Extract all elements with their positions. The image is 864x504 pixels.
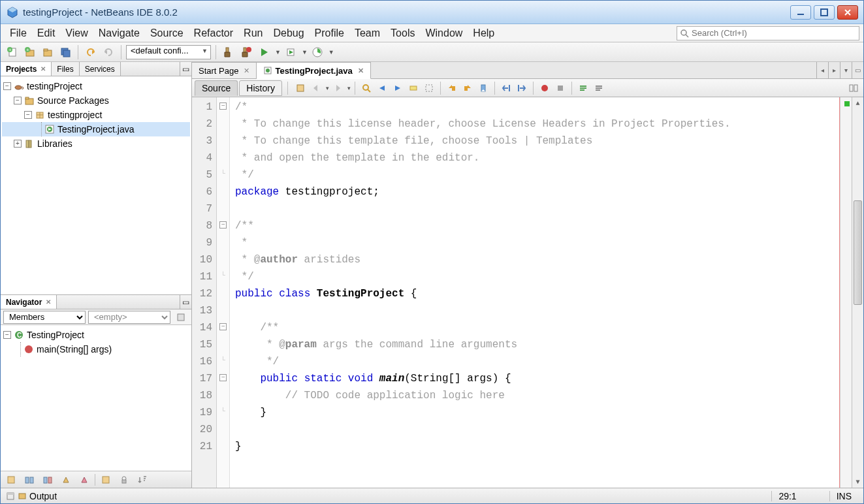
profile-button[interactable]: [310, 44, 325, 60]
nav-method[interactable]: main(String[] args): [2, 342, 190, 356]
vertical-scrollbar[interactable]: ▲ ▼: [852, 97, 863, 488]
debug-button[interactable]: [283, 44, 298, 60]
toggle-highlight-button[interactable]: [406, 81, 421, 95]
quick-search[interactable]: [677, 26, 859, 40]
tab-files[interactable]: Files: [52, 62, 79, 76]
tree-package[interactable]: − testingproject: [2, 108, 190, 122]
find-selection-button[interactable]: [359, 81, 374, 95]
members-select[interactable]: Members: [3, 311, 86, 324]
show-list-button[interactable]: ▾: [840, 62, 852, 78]
nav-filter-7[interactable]: [116, 472, 132, 488]
find-next-button[interactable]: [391, 81, 405, 95]
menu-tools[interactable]: Tools: [385, 25, 420, 41]
find-prev-button[interactable]: [375, 81, 389, 95]
tab-testingproject-java[interactable]: TestingProject.java✕: [257, 62, 370, 79]
new-project-button[interactable]: +: [22, 44, 38, 60]
nav-filter-3[interactable]: [40, 472, 56, 488]
tab-projects[interactable]: Projects✕: [1, 62, 52, 76]
tab-services[interactable]: Services: [80, 62, 121, 76]
undo-button[interactable]: [83, 44, 99, 60]
nav-sort[interactable]: [135, 472, 150, 488]
nav-filter-1[interactable]: [3, 472, 19, 488]
tree-project-root[interactable]: − testingProject: [2, 79, 190, 93]
maximize-editor-button[interactable]: ▭: [852, 62, 863, 78]
subtab-history[interactable]: History: [239, 80, 282, 96]
tab-navigator[interactable]: Navigator✕: [1, 295, 57, 309]
save-all-button[interactable]: [57, 44, 73, 60]
menu-help[interactable]: Help: [468, 25, 500, 41]
next-bookmark-button[interactable]: [460, 81, 475, 95]
menu-refactor[interactable]: Refactor: [189, 25, 238, 41]
split-button[interactable]: [846, 81, 861, 95]
close-icon[interactable]: ✕: [46, 298, 51, 306]
scroll-left-button[interactable]: ◂: [816, 62, 828, 78]
new-file-button[interactable]: +: [5, 44, 20, 60]
tab-start-page[interactable]: Start Page✕: [192, 62, 257, 78]
nav-filter-6[interactable]: [98, 472, 114, 488]
menu-edit[interactable]: Edit: [32, 25, 61, 41]
minimize-panel-button[interactable]: ▭: [180, 62, 191, 76]
menu-file[interactable]: File: [5, 25, 32, 41]
nav-class[interactable]: − C TestingProject: [2, 328, 190, 342]
menu-run[interactable]: Run: [238, 25, 268, 41]
nav-filter-2[interactable]: [22, 472, 37, 488]
menu-profile[interactable]: Profile: [310, 25, 349, 41]
projects-tree[interactable]: − testingProject − Source Packages − tes…: [1, 76, 191, 294]
run-button[interactable]: [256, 44, 272, 60]
macro-record-button[interactable]: [537, 81, 552, 95]
redo-button[interactable]: [101, 44, 116, 60]
open-project-button[interactable]: [40, 44, 56, 60]
clean-build-button[interactable]: [238, 44, 254, 60]
titlebar[interactable]: testingProject - NetBeans IDE 8.0.2: [1, 1, 863, 24]
run-dropdown[interactable]: ▼: [275, 49, 281, 55]
nav-filter-4[interactable]: [58, 472, 74, 488]
menu-navigate[interactable]: Navigate: [93, 25, 145, 41]
menu-team[interactable]: Team: [349, 25, 385, 41]
tree-java-file[interactable]: TestingProject.java: [2, 122, 190, 136]
scroll-right-button[interactable]: ▸: [828, 62, 840, 78]
maximize-button[interactable]: [814, 5, 835, 20]
filter-select[interactable]: <empty>: [88, 311, 170, 324]
collapse-icon[interactable]: −: [3, 331, 11, 339]
scroll-down-button[interactable]: ▼: [852, 476, 863, 488]
toggle-rect-select-button[interactable]: [422, 81, 436, 95]
toggle-bookmark-button[interactable]: [476, 81, 490, 95]
tree-source-packages[interactable]: − Source Packages: [2, 93, 190, 108]
expand-icon[interactable]: +: [14, 140, 22, 148]
minimize-button[interactable]: [790, 5, 811, 20]
code-editor[interactable]: 123456789101112131415161718192021 − └ − …: [192, 97, 863, 488]
scroll-up-button[interactable]: ▲: [852, 97, 863, 109]
menu-debug[interactable]: Debug: [268, 25, 309, 41]
navigator-tree[interactable]: − C TestingProject main(String[] args): [1, 325, 191, 471]
prev-bookmark-button[interactable]: [445, 81, 459, 95]
close-icon[interactable]: ✕: [244, 67, 249, 75]
code-content[interactable]: /* * To change this license header, choo…: [230, 97, 840, 488]
subtab-source[interactable]: Source: [195, 80, 238, 96]
debug-dropdown[interactable]: ▼: [302, 49, 308, 55]
close-icon[interactable]: ✕: [40, 65, 46, 72]
collapse-icon[interactable]: −: [24, 111, 32, 119]
filter-button[interactable]: [173, 309, 189, 325]
uncomment-button[interactable]: [592, 81, 606, 95]
build-button[interactable]: [221, 44, 236, 60]
menu-source[interactable]: Source: [145, 25, 189, 41]
nav-filter-5[interactable]: [76, 472, 92, 488]
close-button[interactable]: [837, 5, 858, 20]
comment-button[interactable]: [576, 81, 590, 95]
scrollbar-thumb[interactable]: [854, 200, 862, 305]
output-icon[interactable]: Output: [6, 491, 57, 501]
fold-gutter[interactable]: − └ − └ − └− └: [217, 97, 230, 488]
quick-search-input[interactable]: [689, 28, 856, 38]
shift-right-button[interactable]: [515, 81, 529, 95]
menu-view[interactable]: View: [60, 25, 93, 41]
collapse-icon[interactable]: −: [3, 82, 11, 90]
collapse-icon[interactable]: −: [14, 97, 22, 104]
last-edit-button[interactable]: [293, 81, 308, 95]
menu-window[interactable]: Window: [420, 25, 468, 41]
minimize-panel-button[interactable]: ▭: [180, 295, 191, 309]
back-button[interactable]: [309, 81, 323, 95]
profile-dropdown[interactable]: ▼: [328, 49, 334, 55]
macro-stop-button[interactable]: [553, 81, 568, 95]
tree-libraries[interactable]: + Libraries: [2, 136, 190, 151]
shift-left-button[interactable]: [499, 81, 513, 95]
